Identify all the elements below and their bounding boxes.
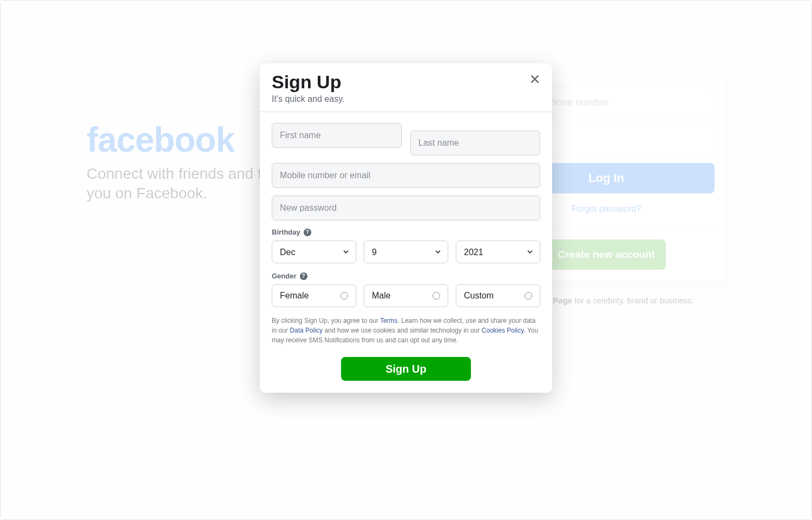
birthday-year-select[interactable]: 2021 [456,240,540,263]
gender-custom-label: Custom [464,291,494,301]
terms-link[interactable]: Terms [380,317,398,324]
cookies-policy-link[interactable]: Cookies Policy [482,327,524,334]
first-name-input[interactable] [272,123,402,148]
gender-option-male[interactable]: Male [364,284,448,307]
new-password-input[interactable] [272,196,540,220]
gender-male-label: Male [372,291,391,301]
radio-icon [433,292,440,300]
help-icon[interactable]: ? [304,229,311,236]
radio-icon [340,292,348,300]
gender-label: Gender [272,272,297,280]
birthday-label: Birthday [272,228,300,236]
legal-text: By clicking Sign Up, you agree to our Te… [272,316,540,345]
gender-option-female[interactable]: Female [272,284,356,307]
modal-title: Sign Up [272,72,540,92]
modal-overlay: Sign Up It's quick and easy. Birthday [1,1,811,519]
gender-option-custom[interactable]: Custom [456,284,540,307]
radio-icon [525,292,532,300]
mobile-email-input[interactable] [272,163,540,188]
signup-submit-button[interactable]: Sign Up [341,357,471,381]
close-button[interactable] [527,72,542,87]
gender-female-label: Female [280,291,309,301]
signup-modal: Sign Up It's quick and easy. Birthday [260,63,552,393]
help-icon[interactable]: ? [300,272,307,280]
last-name-input[interactable] [410,131,540,155]
modal-subtitle: It's quick and easy. [272,94,540,104]
birthday-month-select[interactable]: Dec [272,240,356,263]
data-policy-link[interactable]: Data Policy [290,327,323,334]
birthday-day-select[interactable]: 9 [364,240,448,263]
close-icon [529,74,540,86]
